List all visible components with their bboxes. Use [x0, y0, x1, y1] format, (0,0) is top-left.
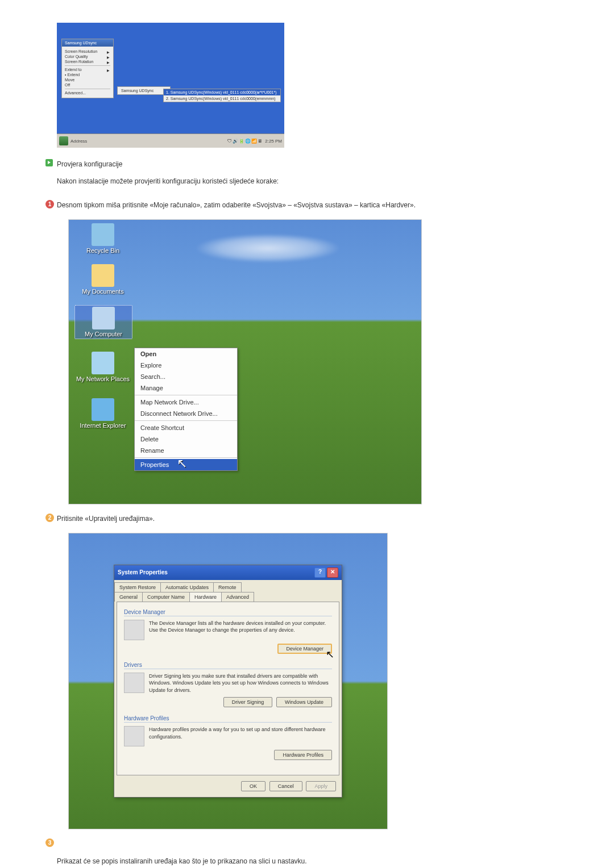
help-button-icon[interactable]: ?	[314, 567, 326, 578]
section-desc: Nakon instalacije možete provjeriti konf…	[57, 176, 569, 186]
menu-item[interactable]: Screen Resolution▶	[65, 49, 110, 54]
desktop-icon-network[interactable]: My Network Places	[74, 352, 131, 382]
step-number-2-icon: 2	[45, 514, 54, 522]
ctx-search[interactable]: Search...	[135, 371, 237, 382]
taskbar-address-label: Address	[70, 139, 87, 144]
close-button-icon[interactable]: ✕	[327, 567, 338, 578]
step-3-text: Prikazat će se popis instaliranih uređaj…	[57, 856, 569, 866]
apply-button[interactable]: Apply	[306, 781, 336, 791]
cursor-icon: ↖	[326, 648, 334, 661]
udsync-main-menu: Samsung UDsync Screen Resolution▶ Color …	[61, 39, 114, 98]
menu-item[interactable]: Off	[65, 82, 110, 87]
tab-advanced[interactable]: Advanced	[221, 592, 254, 602]
menu-item[interactable]: Screen Rotation▶	[65, 59, 110, 64]
submenu-item[interactable]: 2. Samsung UDSync(Windows) vid_0111 cdc0…	[164, 95, 280, 102]
taskbar: Address 🛡🔊🔋🌐📶🖥 2:25 PM	[57, 133, 284, 148]
driver-signing-button[interactable]: Driver Signing	[223, 697, 273, 707]
ok-button[interactable]: OK	[241, 781, 265, 791]
step-number-1-icon: 1	[45, 200, 54, 208]
hp-text: Hardware profiles provide a way for you …	[149, 726, 332, 746]
menu-item[interactable]: • Extend	[65, 72, 110, 77]
system-properties-dialog: System Properties ? ✕ System Restore Aut…	[114, 565, 342, 798]
tab-system-restore[interactable]: System Restore	[114, 582, 161, 592]
tab-general[interactable]: General	[114, 592, 143, 602]
tab-hardware[interactable]: Hardware	[189, 592, 222, 602]
ctx-rename[interactable]: Rename	[135, 445, 237, 456]
device-manager-icon	[124, 620, 144, 640]
screenshot-udsync-menu: Samsung UDsync Screen Resolution▶ Color …	[57, 23, 284, 148]
tab-auto-updates[interactable]: Automatic Updates	[160, 582, 214, 592]
hardware-profiles-icon	[124, 726, 144, 746]
step-1-text: Desnom tipkom miša pritisnite «Moje raču…	[57, 200, 569, 210]
submenu-devicelist: 1. Samsung UDSync(Windows) vid_0111 cdc0…	[163, 89, 281, 102]
step-number-3-icon: 3	[45, 838, 54, 847]
cancel-button[interactable]: Cancel	[269, 781, 302, 791]
section-title: Provjera konfiguracije	[57, 159, 569, 169]
menu-item-advanced[interactable]: Advanced...	[65, 90, 110, 95]
ctx-open[interactable]: Open	[135, 348, 237, 360]
submenu-item-selected[interactable]: 1. Samsung UDSync(Windows) vid_0111 cdc0…	[164, 89, 280, 95]
step-2-text: Pritisnite «Upravitelj uređajima».	[57, 514, 569, 524]
submenu-device[interactable]: Samsung UDSync	[117, 86, 171, 95]
ctx-explore[interactable]: Explore	[135, 360, 237, 371]
tab-computer-name[interactable]: Computer Name	[142, 592, 190, 602]
drivers-icon	[124, 673, 144, 693]
group-device-manager: Device Manager	[124, 609, 332, 616]
ctx-map[interactable]: Map Network Drive...	[135, 397, 237, 408]
device-manager-button[interactable]: Device Manager↖	[277, 644, 332, 654]
group-drivers: Drivers	[124, 662, 332, 669]
menu-title: Samsung UDsync	[62, 39, 113, 47]
ctx-disconnect[interactable]: Disconnect Network Drive...	[135, 408, 237, 419]
taskbar-clock: 2:25 PM	[265, 139, 282, 144]
hardware-profiles-button[interactable]: Hardware Profiles	[274, 750, 332, 760]
screenshot-context-menu: Recycle Bin My Documents My Computer My …	[68, 219, 422, 504]
dialog-titlebar: System Properties ? ✕	[114, 565, 342, 580]
desktop-icon-ie[interactable]: Internet Explorer	[74, 398, 131, 429]
group-hardware-profiles: Hardware Profiles	[124, 715, 332, 723]
dialog-title: System Properties	[118, 569, 168, 575]
cursor-icon: ↖	[177, 456, 187, 471]
desktop-icon-recyclebin[interactable]: Recycle Bin	[74, 223, 131, 254]
screenshot-system-properties: System Properties ? ✕ System Restore Aut…	[68, 533, 388, 829]
windows-update-button[interactable]: Windows Update	[276, 697, 332, 707]
desktop-icon-mycomputer[interactable]: My Computer	[74, 305, 132, 339]
start-button-icon[interactable]	[59, 136, 68, 145]
tab-remote[interactable]: Remote	[213, 582, 242, 592]
tray-icons: 🛡🔊🔋🌐📶🖥	[227, 139, 263, 144]
desktop-icon-mydocs[interactable]: My Documents	[74, 264, 131, 295]
dm-text: The Device Manager lists all the hardwar…	[149, 620, 332, 640]
menu-item[interactable]: Extend to▶	[65, 67, 110, 72]
menu-item[interactable]: Move	[65, 77, 110, 82]
ctx-manage[interactable]: Manage	[135, 382, 237, 394]
context-menu: Open Explore Search... Manage Map Networ…	[134, 348, 238, 471]
ctx-shortcut[interactable]: Create Shortcut	[135, 422, 237, 433]
ctx-delete[interactable]: Delete	[135, 433, 237, 445]
arrow-icon	[45, 159, 53, 166]
drv-text: Driver Signing lets you make sure that i…	[149, 673, 332, 694]
menu-item[interactable]: Color Quality▶	[65, 54, 110, 59]
